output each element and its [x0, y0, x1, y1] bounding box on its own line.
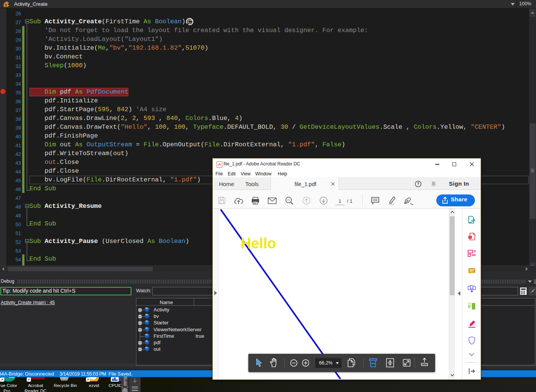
svg-text:Hello: Hello: [241, 235, 276, 251]
svg-text:?: ?: [417, 181, 419, 186]
